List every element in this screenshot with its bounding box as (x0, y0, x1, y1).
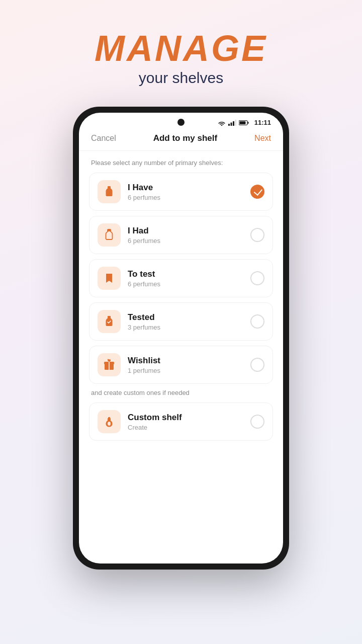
svg-rect-2 (233, 121, 234, 126)
wishlist-name: Wishlist (128, 356, 250, 366)
top-nav: Cancel Add to my shelf Next (79, 128, 283, 151)
shelf-item-i-had[interactable]: I Had 6 perfumes (89, 216, 273, 254)
shelf-item-to-test[interactable]: To test 6 perfumes (89, 259, 273, 297)
i-have-checkbox[interactable] (250, 185, 264, 199)
tested-name: Tested (128, 312, 250, 323)
to-test-info: To test 6 perfumes (128, 269, 250, 288)
status-icons: 11:11 (218, 119, 271, 126)
next-button[interactable]: Next (254, 134, 271, 143)
bottle-icon (103, 185, 116, 198)
status-bar: 11:11 (79, 113, 283, 128)
bottle-outline-icon (103, 228, 116, 242)
signal-icon (228, 120, 236, 126)
custom-bottle-icon (103, 415, 116, 428)
nav-title: Add to my shelf (153, 133, 218, 143)
shelf-item-tested[interactable]: Tested 3 perfumes (89, 302, 273, 341)
to-test-icon-bg (98, 267, 121, 290)
i-have-icon-bg (98, 180, 121, 203)
svg-rect-5 (239, 121, 245, 124)
wishlist-checkbox[interactable] (250, 358, 264, 372)
tested-count: 3 perfumes (128, 324, 250, 331)
header-subtitle: your shelves (95, 69, 267, 87)
status-time: 11:11 (254, 119, 271, 126)
custom-shelf-icon-bg (98, 410, 121, 433)
to-test-checkbox[interactable] (250, 271, 264, 285)
custom-shelf-info: Custom shelf Create (128, 413, 250, 431)
wishlist-info: Wishlist 1 perfumes (128, 356, 250, 374)
battery-icon (239, 120, 249, 126)
bookmark-icon (103, 272, 116, 285)
i-have-count: 6 perfumes (128, 194, 250, 201)
wishlist-count: 1 perfumes (128, 367, 250, 374)
to-test-count: 6 perfumes (128, 280, 250, 288)
header: MANAGE your shelves (95, 0, 267, 87)
svg-rect-9 (108, 316, 111, 317)
tested-info: Tested 3 perfumes (128, 312, 250, 331)
custom-shelf-checkbox[interactable] (250, 415, 264, 429)
to-test-name: To test (128, 269, 250, 279)
i-have-info: I Have 6 perfumes (128, 183, 250, 201)
phone-screen: 11:11 Cancel Add to my shelf Next Please… (79, 113, 283, 564)
cancel-button[interactable]: Cancel (91, 134, 116, 143)
custom-shelf-sub: Create (128, 424, 250, 431)
gift-icon (103, 358, 116, 371)
i-had-icon-bg (98, 223, 121, 247)
shelf-content: Please select any number of primary shel… (79, 151, 283, 564)
svg-rect-0 (228, 124, 230, 126)
i-had-info: I Had 6 perfumes (128, 226, 250, 245)
shelf-item-wishlist[interactable]: Wishlist 1 perfumes (89, 346, 273, 384)
custom-label: and create custom ones if needed (89, 389, 273, 396)
tested-checkbox[interactable] (250, 314, 264, 329)
custom-shelf-name: Custom shelf (128, 413, 250, 423)
i-had-count: 6 perfumes (128, 237, 250, 245)
svg-point-16 (108, 422, 111, 426)
camera-hole (177, 119, 185, 126)
svg-rect-1 (230, 122, 232, 126)
shelf-item-i-have[interactable]: I Have 6 perfumes (89, 173, 273, 211)
wifi-icon (218, 120, 226, 126)
phone-frame: 11:11 Cancel Add to my shelf Next Please… (73, 107, 289, 570)
section-instruction: Please select any number of primary shel… (89, 159, 273, 167)
bottle-check-icon (103, 315, 116, 328)
wishlist-icon-bg (98, 353, 121, 376)
svg-rect-15 (108, 417, 110, 419)
svg-rect-6 (247, 122, 248, 124)
i-have-name: I Have (128, 183, 250, 193)
manage-title: MANAGE (95, 30, 267, 66)
i-had-checkbox[interactable] (250, 228, 264, 242)
svg-rect-7 (108, 186, 111, 188)
tested-icon-bg (98, 310, 121, 333)
svg-rect-3 (235, 120, 236, 126)
i-had-name: I Had (128, 226, 250, 236)
shelf-item-custom[interactable]: Custom shelf Create (89, 403, 273, 441)
